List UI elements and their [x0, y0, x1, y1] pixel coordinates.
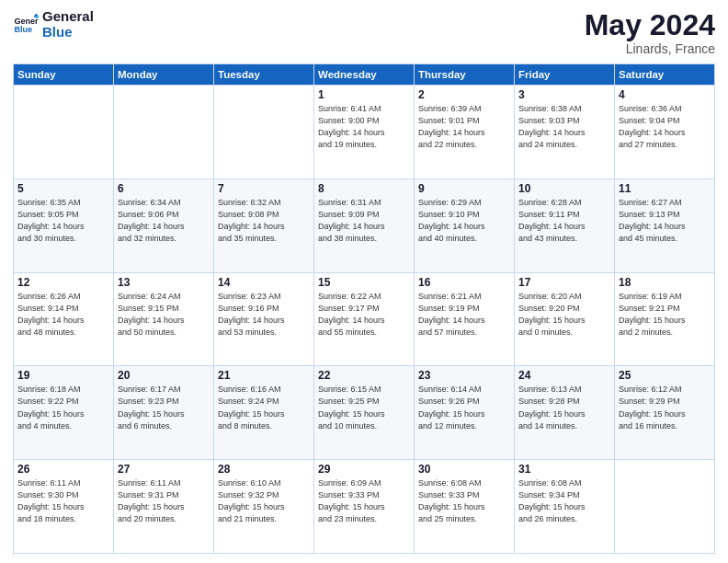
calendar-cell: 5Sunrise: 6:35 AMSunset: 9:05 PMDaylight… — [14, 178, 114, 272]
day-info: Sunrise: 6:16 AMSunset: 9:24 PMDaylight:… — [218, 384, 310, 431]
day-number: 24 — [518, 369, 610, 382]
day-info: Sunrise: 6:18 AMSunset: 9:22 PMDaylight:… — [17, 384, 109, 431]
day-number: 29 — [318, 463, 410, 476]
day-number: 27 — [118, 463, 210, 476]
logo-icon: General Blue — [13, 12, 39, 38]
calendar-cell: 3Sunrise: 6:38 AMSunset: 9:03 PMDaylight… — [515, 86, 615, 179]
calendar-cell — [214, 86, 314, 179]
svg-text:Blue: Blue — [14, 25, 32, 34]
location-subtitle: Linards, France — [585, 41, 715, 56]
calendar-week-1: 5Sunrise: 6:35 AMSunset: 9:05 PMDaylight… — [14, 178, 715, 272]
logo: General Blue General Blue — [13, 9, 94, 40]
calendar-cell: 22Sunrise: 6:15 AMSunset: 9:25 PMDayligh… — [314, 366, 415, 460]
day-info: Sunrise: 6:32 AMSunset: 9:08 PMDaylight:… — [218, 197, 310, 245]
calendar-cell: 9Sunrise: 6:29 AMSunset: 9:10 PMDaylight… — [415, 178, 515, 272]
day-info: Sunrise: 6:21 AMSunset: 9:19 PMDaylight:… — [418, 291, 510, 339]
day-number: 26 — [17, 463, 109, 476]
calendar-cell: 27Sunrise: 6:11 AMSunset: 9:31 PMDayligh… — [114, 460, 214, 554]
day-number: 22 — [318, 369, 410, 382]
day-number: 5 — [17, 182, 109, 195]
day-info: Sunrise: 6:34 AMSunset: 9:06 PMDaylight:… — [118, 197, 210, 245]
calendar-cell: 10Sunrise: 6:28 AMSunset: 9:11 PMDayligh… — [515, 178, 615, 272]
day-number: 4 — [619, 88, 711, 101]
calendar-cell: 15Sunrise: 6:22 AMSunset: 9:17 PMDayligh… — [314, 272, 415, 366]
calendar-cell: 6Sunrise: 6:34 AMSunset: 9:06 PMDaylight… — [114, 178, 214, 272]
day-info: Sunrise: 6:13 AMSunset: 9:28 PMDaylight:… — [518, 384, 610, 431]
day-info: Sunrise: 6:35 AMSunset: 9:05 PMDaylight:… — [17, 197, 109, 245]
day-info: Sunrise: 6:41 AMSunset: 9:00 PMDaylight:… — [318, 103, 410, 151]
day-info: Sunrise: 6:24 AMSunset: 9:15 PMDaylight:… — [118, 291, 210, 339]
day-header-sunday: Sunday — [14, 64, 114, 86]
day-header-wednesday: Wednesday — [314, 64, 415, 86]
calendar-cell: 2Sunrise: 6:39 AMSunset: 9:01 PMDaylight… — [415, 86, 515, 179]
day-number: 25 — [619, 369, 711, 382]
calendar-cell: 13Sunrise: 6:24 AMSunset: 9:15 PMDayligh… — [114, 272, 214, 366]
day-header-tuesday: Tuesday — [214, 64, 314, 86]
calendar-cell: 14Sunrise: 6:23 AMSunset: 9:16 PMDayligh… — [214, 272, 314, 366]
day-number: 31 — [518, 463, 610, 476]
calendar-week-3: 19Sunrise: 6:18 AMSunset: 9:22 PMDayligh… — [14, 366, 715, 460]
calendar-cell: 1Sunrise: 6:41 AMSunset: 9:00 PMDaylight… — [314, 86, 415, 179]
day-number: 28 — [218, 463, 310, 476]
day-info: Sunrise: 6:19 AMSunset: 9:21 PMDaylight:… — [619, 291, 711, 339]
day-info: Sunrise: 6:36 AMSunset: 9:04 PMDaylight:… — [619, 103, 711, 151]
day-number: 14 — [218, 276, 310, 289]
day-info: Sunrise: 6:26 AMSunset: 9:14 PMDaylight:… — [17, 291, 109, 339]
calendar-cell — [615, 460, 715, 554]
day-info: Sunrise: 6:27 AMSunset: 9:13 PMDaylight:… — [619, 197, 711, 245]
svg-text:General: General — [14, 16, 39, 25]
calendar-cell: 7Sunrise: 6:32 AMSunset: 9:08 PMDaylight… — [214, 178, 314, 272]
day-info: Sunrise: 6:29 AMSunset: 9:10 PMDaylight:… — [418, 197, 510, 245]
day-header-saturday: Saturday — [615, 64, 715, 86]
day-number: 3 — [518, 88, 610, 101]
day-number: 21 — [218, 369, 310, 382]
day-number: 10 — [518, 182, 610, 195]
calendar-cell: 26Sunrise: 6:11 AMSunset: 9:30 PMDayligh… — [14, 460, 114, 554]
day-info: Sunrise: 6:23 AMSunset: 9:16 PMDaylight:… — [218, 291, 310, 339]
day-number: 9 — [418, 182, 510, 195]
day-header-friday: Friday — [515, 64, 615, 86]
day-number: 19 — [17, 369, 109, 382]
day-info: Sunrise: 6:09 AMSunset: 9:33 PMDaylight:… — [318, 477, 410, 525]
day-info: Sunrise: 6:39 AMSunset: 9:01 PMDaylight:… — [418, 103, 510, 151]
calendar-cell: 25Sunrise: 6:12 AMSunset: 9:29 PMDayligh… — [615, 366, 715, 460]
day-number: 7 — [218, 182, 310, 195]
calendar-cell: 8Sunrise: 6:31 AMSunset: 9:09 PMDaylight… — [314, 178, 415, 272]
calendar-cell: 20Sunrise: 6:17 AMSunset: 9:23 PMDayligh… — [114, 366, 214, 460]
calendar-cell — [114, 86, 214, 179]
day-number: 16 — [418, 276, 510, 289]
calendar-cell: 23Sunrise: 6:14 AMSunset: 9:26 PMDayligh… — [415, 366, 515, 460]
calendar-cell: 28Sunrise: 6:10 AMSunset: 9:32 PMDayligh… — [214, 460, 314, 554]
calendar-cell: 11Sunrise: 6:27 AMSunset: 9:13 PMDayligh… — [615, 178, 715, 272]
calendar-cell: 31Sunrise: 6:08 AMSunset: 9:34 PMDayligh… — [515, 460, 615, 554]
logo-line2: Blue — [42, 25, 94, 40]
calendar-cell — [14, 86, 114, 179]
day-number: 11 — [619, 182, 711, 195]
calendar-week-0: 1Sunrise: 6:41 AMSunset: 9:00 PMDaylight… — [14, 86, 715, 179]
calendar-cell: 17Sunrise: 6:20 AMSunset: 9:20 PMDayligh… — [515, 272, 615, 366]
day-info: Sunrise: 6:08 AMSunset: 9:33 PMDaylight:… — [418, 477, 510, 525]
calendar-week-2: 12Sunrise: 6:26 AMSunset: 9:14 PMDayligh… — [14, 272, 715, 366]
month-title: May 2024 — [585, 9, 715, 41]
day-header-monday: Monday — [114, 64, 214, 86]
calendar-cell: 21Sunrise: 6:16 AMSunset: 9:24 PMDayligh… — [214, 366, 314, 460]
calendar-week-4: 26Sunrise: 6:11 AMSunset: 9:30 PMDayligh… — [14, 460, 715, 554]
calendar-cell: 19Sunrise: 6:18 AMSunset: 9:22 PMDayligh… — [14, 366, 114, 460]
day-info: Sunrise: 6:15 AMSunset: 9:25 PMDaylight:… — [318, 384, 410, 431]
day-info: Sunrise: 6:10 AMSunset: 9:32 PMDaylight:… — [218, 477, 310, 525]
calendar-cell: 18Sunrise: 6:19 AMSunset: 9:21 PMDayligh… — [615, 272, 715, 366]
title-block: May 2024 Linards, France — [585, 9, 715, 56]
day-info: Sunrise: 6:22 AMSunset: 9:17 PMDaylight:… — [318, 291, 410, 339]
day-info: Sunrise: 6:38 AMSunset: 9:03 PMDaylight:… — [518, 103, 610, 151]
day-info: Sunrise: 6:31 AMSunset: 9:09 PMDaylight:… — [318, 197, 410, 245]
day-number: 20 — [118, 369, 210, 382]
day-number: 2 — [418, 88, 510, 101]
day-number: 15 — [318, 276, 410, 289]
day-number: 30 — [418, 463, 510, 476]
day-number: 18 — [619, 276, 711, 289]
calendar-cell: 29Sunrise: 6:09 AMSunset: 9:33 PMDayligh… — [314, 460, 415, 554]
day-info: Sunrise: 6:08 AMSunset: 9:34 PMDaylight:… — [518, 477, 610, 525]
day-info: Sunrise: 6:14 AMSunset: 9:26 PMDaylight:… — [418, 384, 510, 431]
calendar-cell: 24Sunrise: 6:13 AMSunset: 9:28 PMDayligh… — [515, 366, 615, 460]
day-info: Sunrise: 6:20 AMSunset: 9:20 PMDaylight:… — [518, 291, 610, 339]
